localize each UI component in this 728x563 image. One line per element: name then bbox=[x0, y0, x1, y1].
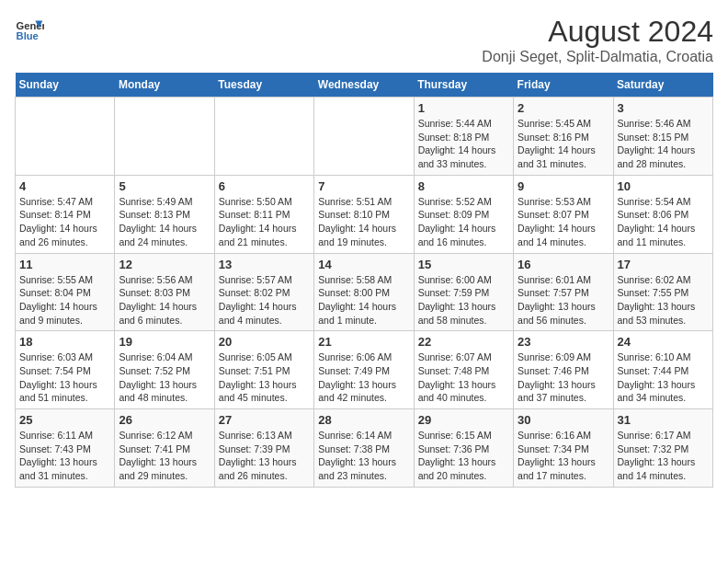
day-number: 16 bbox=[518, 258, 609, 271]
col-header-thursday: Thursday bbox=[414, 73, 513, 98]
day-detail: Sunrise: 6:15 AM Sunset: 7:36 PM Dayligh… bbox=[418, 429, 509, 483]
day-number: 26 bbox=[119, 413, 210, 427]
day-detail: Sunrise: 6:13 AM Sunset: 7:39 PM Dayligh… bbox=[219, 429, 310, 483]
day-number: 24 bbox=[618, 335, 709, 349]
calendar-cell: 18Sunrise: 6:03 AM Sunset: 7:54 PM Dayli… bbox=[16, 331, 115, 409]
day-detail: Sunrise: 6:09 AM Sunset: 7:46 PM Dayligh… bbox=[518, 350, 609, 405]
calendar-cell: 20Sunrise: 6:05 AM Sunset: 7:51 PM Dayli… bbox=[214, 331, 313, 409]
day-detail: Sunrise: 5:52 AM Sunset: 8:09 PM Dayligh… bbox=[418, 195, 509, 249]
day-number: 13 bbox=[219, 258, 310, 271]
day-detail: Sunrise: 5:44 AM Sunset: 8:18 PM Dayligh… bbox=[418, 117, 509, 171]
day-detail: Sunrise: 6:04 AM Sunset: 7:52 PM Dayligh… bbox=[119, 350, 210, 405]
day-number: 29 bbox=[418, 413, 509, 427]
calendar-cell: 27Sunrise: 6:13 AM Sunset: 7:39 PM Dayli… bbox=[214, 409, 313, 488]
day-number: 17 bbox=[618, 258, 709, 271]
day-number: 20 bbox=[219, 335, 310, 349]
svg-text:Blue: Blue bbox=[17, 30, 39, 41]
day-number: 3 bbox=[618, 101, 709, 115]
calendar-cell: 14Sunrise: 5:58 AM Sunset: 8:00 PM Dayli… bbox=[314, 253, 414, 331]
day-detail: Sunrise: 5:54 AM Sunset: 8:06 PM Dayligh… bbox=[618, 195, 709, 249]
calendar-cell bbox=[314, 98, 414, 176]
day-number: 2 bbox=[518, 101, 609, 115]
day-detail: Sunrise: 5:58 AM Sunset: 8:00 PM Dayligh… bbox=[318, 273, 409, 327]
calendar-cell: 17Sunrise: 6:02 AM Sunset: 7:55 PM Dayli… bbox=[613, 253, 712, 331]
day-number: 22 bbox=[418, 335, 509, 349]
calendar-cell bbox=[115, 98, 214, 176]
calendar-cell: 10Sunrise: 5:54 AM Sunset: 8:06 PM Dayli… bbox=[613, 175, 712, 253]
calendar-cell: 21Sunrise: 6:06 AM Sunset: 7:49 PM Dayli… bbox=[314, 331, 414, 409]
day-detail: Sunrise: 5:49 AM Sunset: 8:13 PM Dayligh… bbox=[119, 195, 210, 249]
col-header-friday: Friday bbox=[514, 73, 613, 98]
day-detail: Sunrise: 6:12 AM Sunset: 7:41 PM Dayligh… bbox=[119, 429, 210, 483]
day-number: 7 bbox=[318, 179, 409, 193]
calendar-cell: 30Sunrise: 6:16 AM Sunset: 7:34 PM Dayli… bbox=[514, 409, 613, 488]
calendar-cell: 2Sunrise: 5:45 AM Sunset: 8:16 PM Daylig… bbox=[514, 98, 613, 176]
day-number: 21 bbox=[318, 335, 409, 349]
day-detail: Sunrise: 6:01 AM Sunset: 7:57 PM Dayligh… bbox=[518, 273, 609, 327]
day-number: 8 bbox=[418, 179, 509, 193]
calendar-cell: 13Sunrise: 5:57 AM Sunset: 8:02 PM Dayli… bbox=[214, 253, 313, 331]
day-number: 4 bbox=[19, 179, 110, 193]
day-number: 25 bbox=[19, 413, 110, 427]
day-number: 5 bbox=[119, 179, 210, 193]
calendar-week-2: 4Sunrise: 5:47 AM Sunset: 8:14 PM Daylig… bbox=[16, 175, 713, 253]
calendar-cell: 22Sunrise: 6:07 AM Sunset: 7:48 PM Dayli… bbox=[414, 331, 513, 409]
calendar-header-row: SundayMondayTuesdayWednesdayThursdayFrid… bbox=[16, 73, 713, 98]
calendar-cell: 12Sunrise: 5:56 AM Sunset: 8:03 PM Dayli… bbox=[115, 253, 214, 331]
calendar-cell: 15Sunrise: 6:00 AM Sunset: 7:59 PM Dayli… bbox=[414, 253, 513, 331]
day-detail: Sunrise: 5:53 AM Sunset: 8:07 PM Dayligh… bbox=[518, 195, 609, 249]
day-number: 14 bbox=[318, 258, 409, 271]
day-detail: Sunrise: 5:47 AM Sunset: 8:14 PM Dayligh… bbox=[19, 195, 110, 249]
day-detail: Sunrise: 5:51 AM Sunset: 8:10 PM Dayligh… bbox=[318, 195, 409, 249]
calendar-cell: 25Sunrise: 6:11 AM Sunset: 7:43 PM Dayli… bbox=[16, 409, 115, 488]
day-detail: Sunrise: 6:11 AM Sunset: 7:43 PM Dayligh… bbox=[19, 429, 110, 483]
day-detail: Sunrise: 6:00 AM Sunset: 7:59 PM Dayligh… bbox=[418, 273, 509, 327]
calendar-cell: 11Sunrise: 5:55 AM Sunset: 8:04 PM Dayli… bbox=[16, 253, 115, 331]
col-header-monday: Monday bbox=[115, 73, 214, 98]
page-header: General Blue August 2024 Donji Seget, Sp… bbox=[15, 15, 713, 65]
calendar-cell: 9Sunrise: 5:53 AM Sunset: 8:07 PM Daylig… bbox=[514, 175, 613, 253]
day-number: 23 bbox=[518, 335, 609, 349]
calendar-cell: 26Sunrise: 6:12 AM Sunset: 7:41 PM Dayli… bbox=[115, 409, 214, 488]
day-number: 30 bbox=[518, 413, 609, 427]
day-detail: Sunrise: 6:07 AM Sunset: 7:48 PM Dayligh… bbox=[418, 350, 509, 405]
calendar-cell: 5Sunrise: 5:49 AM Sunset: 8:13 PM Daylig… bbox=[115, 175, 214, 253]
col-header-tuesday: Tuesday bbox=[214, 73, 313, 98]
calendar-week-3: 11Sunrise: 5:55 AM Sunset: 8:04 PM Dayli… bbox=[16, 253, 713, 331]
calendar-cell: 28Sunrise: 6:14 AM Sunset: 7:38 PM Dayli… bbox=[314, 409, 414, 488]
calendar-cell: 6Sunrise: 5:50 AM Sunset: 8:11 PM Daylig… bbox=[214, 175, 313, 253]
day-detail: Sunrise: 6:10 AM Sunset: 7:44 PM Dayligh… bbox=[618, 350, 709, 405]
day-detail: Sunrise: 5:46 AM Sunset: 8:15 PM Dayligh… bbox=[618, 117, 709, 171]
calendar-week-4: 18Sunrise: 6:03 AM Sunset: 7:54 PM Dayli… bbox=[16, 331, 713, 409]
calendar-cell bbox=[214, 98, 313, 176]
col-header-wednesday: Wednesday bbox=[314, 73, 414, 98]
calendar-cell: 24Sunrise: 6:10 AM Sunset: 7:44 PM Dayli… bbox=[613, 331, 712, 409]
calendar-cell: 1Sunrise: 5:44 AM Sunset: 8:18 PM Daylig… bbox=[414, 98, 513, 176]
calendar-cell: 4Sunrise: 5:47 AM Sunset: 8:14 PM Daylig… bbox=[16, 175, 115, 253]
day-number: 31 bbox=[618, 413, 709, 427]
calendar-week-5: 25Sunrise: 6:11 AM Sunset: 7:43 PM Dayli… bbox=[16, 409, 713, 488]
day-number: 18 bbox=[19, 335, 110, 349]
day-number: 28 bbox=[318, 413, 409, 427]
calendar-cell: 16Sunrise: 6:01 AM Sunset: 7:57 PM Dayli… bbox=[514, 253, 613, 331]
day-detail: Sunrise: 6:02 AM Sunset: 7:55 PM Dayligh… bbox=[618, 273, 709, 327]
calendar-cell: 7Sunrise: 5:51 AM Sunset: 8:10 PM Daylig… bbox=[314, 175, 414, 253]
day-detail: Sunrise: 5:55 AM Sunset: 8:04 PM Dayligh… bbox=[19, 273, 110, 327]
col-header-sunday: Sunday bbox=[16, 73, 115, 98]
day-detail: Sunrise: 5:50 AM Sunset: 8:11 PM Dayligh… bbox=[219, 195, 310, 249]
day-detail: Sunrise: 6:05 AM Sunset: 7:51 PM Dayligh… bbox=[219, 350, 310, 405]
calendar-cell: 3Sunrise: 5:46 AM Sunset: 8:15 PM Daylig… bbox=[613, 98, 712, 176]
day-number: 27 bbox=[219, 413, 310, 427]
day-detail: Sunrise: 6:17 AM Sunset: 7:32 PM Dayligh… bbox=[618, 429, 709, 483]
title-block: August 2024 Donji Seget, Split-Dalmatia,… bbox=[482, 15, 713, 65]
day-detail: Sunrise: 5:57 AM Sunset: 8:02 PM Dayligh… bbox=[219, 273, 310, 327]
calendar-cell bbox=[16, 98, 115, 176]
day-number: 1 bbox=[418, 101, 509, 115]
day-detail: Sunrise: 5:56 AM Sunset: 8:03 PM Dayligh… bbox=[119, 273, 210, 327]
day-number: 19 bbox=[119, 335, 210, 349]
calendar-cell: 8Sunrise: 5:52 AM Sunset: 8:09 PM Daylig… bbox=[414, 175, 513, 253]
day-detail: Sunrise: 6:14 AM Sunset: 7:38 PM Dayligh… bbox=[318, 429, 409, 483]
col-header-saturday: Saturday bbox=[613, 73, 712, 98]
calendar-cell: 19Sunrise: 6:04 AM Sunset: 7:52 PM Dayli… bbox=[115, 331, 214, 409]
day-number: 12 bbox=[119, 258, 210, 271]
